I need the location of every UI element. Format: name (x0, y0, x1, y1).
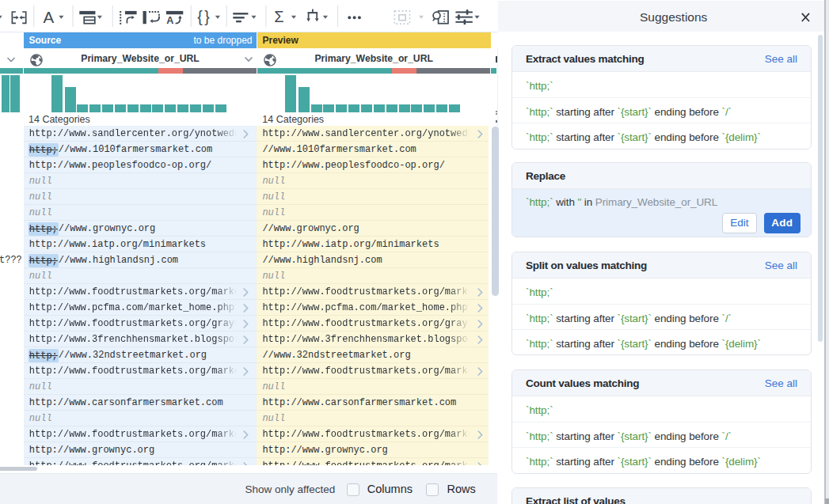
svg-text:A: A (44, 8, 55, 26)
svg-text:A: A (166, 15, 173, 26)
svg-text:{}: {} (197, 8, 211, 25)
svg-text:Σ: Σ (274, 8, 283, 25)
